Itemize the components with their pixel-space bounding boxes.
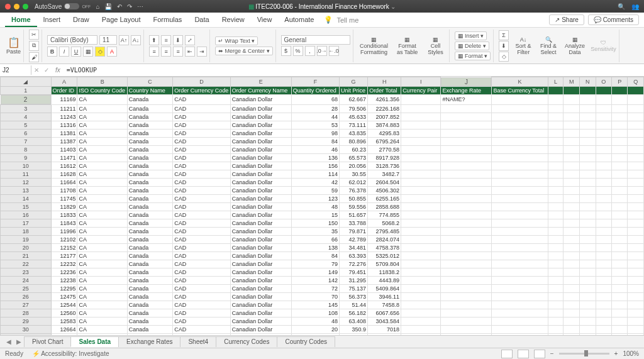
cell-A14[interactable]: 11745 xyxy=(51,194,77,202)
cell-C10[interactable]: Canada xyxy=(127,162,172,170)
header-cell[interactable] xyxy=(628,86,644,94)
cell-A26[interactable]: 12475 xyxy=(51,292,77,301)
cell-H22[interactable]: 5709.804 xyxy=(368,260,401,268)
cell-M12[interactable] xyxy=(564,178,580,186)
decrease-decimal-icon[interactable]: ←.0 xyxy=(329,46,339,56)
cell-A5[interactable]: 11316 xyxy=(51,121,77,129)
cell-D19[interactable]: CAD xyxy=(173,235,231,243)
cell-E15[interactable]: Canadian Dollar xyxy=(230,202,291,211)
cell-J5[interactable] xyxy=(441,121,492,129)
delete-cells-button[interactable]: ▦ Delete ▾ xyxy=(455,41,489,50)
cell-B29[interactable]: CA xyxy=(77,317,127,325)
header-cell[interactable]: Exchange Rate xyxy=(441,86,492,94)
cell-F19[interactable]: 66 xyxy=(291,235,339,243)
cell-N4[interactable] xyxy=(580,113,596,121)
row-header-19[interactable]: 19 xyxy=(1,235,52,243)
cell-H30[interactable]: 7018 xyxy=(368,325,401,333)
clear-icon[interactable]: ◇ xyxy=(499,52,509,62)
cell-P2[interactable] xyxy=(612,94,628,104)
cell-Q6[interactable] xyxy=(628,129,644,137)
cell-I2[interactable] xyxy=(401,94,441,104)
tab-insert[interactable]: Insert xyxy=(37,13,67,27)
cell-J3[interactable] xyxy=(441,104,492,113)
cell-B6[interactable]: CA xyxy=(77,129,127,137)
indent-left-icon[interactable]: ⇤ xyxy=(185,47,195,57)
row-header-10[interactable]: 10 xyxy=(1,162,52,170)
cell-N17[interactable] xyxy=(580,219,596,227)
cell-M10[interactable] xyxy=(564,162,580,170)
cell-L12[interactable] xyxy=(548,178,564,186)
cell-E23[interactable]: Canadian Dollar xyxy=(230,268,291,276)
cell-C18[interactable]: Canada xyxy=(127,227,172,235)
cell-E22[interactable]: Canadian Dollar xyxy=(230,260,291,268)
increase-decimal-icon[interactable]: .0→ xyxy=(317,46,327,56)
cell-F23[interactable]: 149 xyxy=(291,268,339,276)
row-header-13[interactable]: 13 xyxy=(1,186,52,194)
cell-F26[interactable]: 70 xyxy=(291,292,339,301)
cell-A15[interactable]: 11829 xyxy=(51,202,77,211)
col-header-A[interactable]: A xyxy=(51,77,77,87)
cell-J14[interactable] xyxy=(441,194,492,202)
cell-H8[interactable]: 2770.58 xyxy=(368,145,401,153)
cell-F4[interactable]: 44 xyxy=(291,113,339,121)
cell-L27[interactable] xyxy=(548,301,564,309)
cell-I25[interactable] xyxy=(401,284,441,292)
cell-P23[interactable] xyxy=(612,268,628,276)
header-cell[interactable]: Quantity Ordered xyxy=(291,86,339,94)
cell-P6[interactable] xyxy=(612,129,628,137)
cell-N9[interactable] xyxy=(580,153,596,162)
cell-I21[interactable] xyxy=(401,251,441,260)
cell-O22[interactable] xyxy=(596,260,612,268)
cell-C28[interactable]: Canada xyxy=(127,309,172,317)
align-center-icon[interactable]: ≡ xyxy=(161,47,171,57)
cell-C6[interactable]: Canada xyxy=(127,129,172,137)
cell-B13[interactable]: CA xyxy=(77,186,127,194)
cell-G23[interactable]: 79.451 xyxy=(340,268,368,276)
cell-O24[interactable] xyxy=(596,276,612,284)
cell-H7[interactable]: 6795.264 xyxy=(368,137,401,145)
cell-C3[interactable]: Canada xyxy=(127,104,172,113)
cell-G19[interactable]: 42.789 xyxy=(340,235,368,243)
cell-G11[interactable]: 30.55 xyxy=(340,170,368,178)
cell-M8[interactable] xyxy=(564,145,580,153)
cell-J11[interactable] xyxy=(441,170,492,178)
cell-K6[interactable] xyxy=(492,129,548,137)
orientation-icon[interactable]: ⤢ xyxy=(185,35,195,45)
cell-A25[interactable]: 12295 xyxy=(51,284,77,292)
cell-F12[interactable]: 42 xyxy=(291,178,339,186)
cell-O10[interactable] xyxy=(596,162,612,170)
col-header-M[interactable]: M xyxy=(564,77,580,87)
cell-O21[interactable] xyxy=(596,251,612,260)
cell-E14[interactable]: Canadian Dollar xyxy=(230,194,291,202)
cell-N15[interactable] xyxy=(580,202,596,211)
row-header-9[interactable]: 9 xyxy=(1,153,52,162)
cell-N29[interactable] xyxy=(580,317,596,325)
cell-K25[interactable] xyxy=(492,284,548,292)
cell-K13[interactable] xyxy=(492,186,548,194)
cell-L28[interactable] xyxy=(548,309,564,317)
cell-D17[interactable]: CAD xyxy=(173,219,231,227)
sheet-tab-sheet4[interactable]: Sheet4 xyxy=(180,336,216,347)
cell-K28[interactable] xyxy=(492,309,548,317)
cell-F5[interactable]: 53 xyxy=(291,121,339,129)
cell-D29[interactable]: CAD xyxy=(173,317,231,325)
cell-P11[interactable] xyxy=(612,170,628,178)
cell-B25[interactable]: CA xyxy=(77,284,127,292)
cell-A11[interactable]: 11628 xyxy=(51,170,77,178)
row-header-11[interactable]: 11 xyxy=(1,170,52,178)
cut-icon[interactable]: ✂ xyxy=(29,30,39,40)
cell-D8[interactable]: CAD xyxy=(173,145,231,153)
cell-G2[interactable]: 62.667 xyxy=(340,94,368,104)
font-color-icon[interactable]: A xyxy=(107,47,117,57)
row-header-6[interactable]: 6 xyxy=(1,129,52,137)
cell-O11[interactable] xyxy=(596,170,612,178)
tab-page-layout[interactable]: Page Layout xyxy=(96,13,147,27)
cell-J2[interactable]: #NAME? xyxy=(441,94,492,104)
zoom-in-icon[interactable]: + xyxy=(614,350,618,357)
cell-F22[interactable]: 79 xyxy=(291,260,339,268)
underline-button[interactable]: U xyxy=(71,47,81,57)
row-header-3[interactable]: 3 xyxy=(1,104,52,113)
cell-A16[interactable]: 11833 xyxy=(51,211,77,219)
col-header-I[interactable]: I xyxy=(401,77,441,87)
format-cells-button[interactable]: ▦ Format ▾ xyxy=(455,52,491,60)
